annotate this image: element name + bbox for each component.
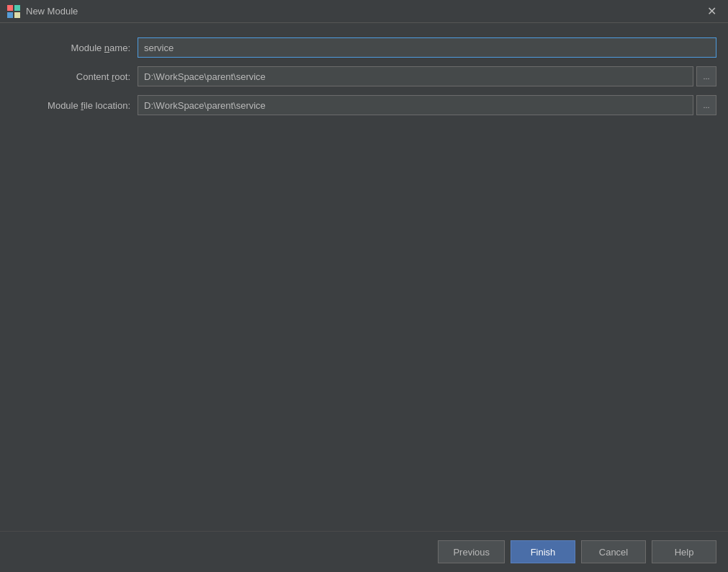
content-root-browse-button[interactable]: ... xyxy=(696,66,716,86)
module-file-location-row: Module file location: ... xyxy=(12,95,716,115)
app-icon xyxy=(7,5,20,18)
title-bar: New Module ✕ xyxy=(0,0,728,23)
dialog-window: New Module ✕ Module name: Content root: … xyxy=(0,0,728,572)
content-root-input-wrapper: ... xyxy=(138,66,716,86)
module-file-location-label: Module file location: xyxy=(12,100,130,111)
content-root-input[interactable] xyxy=(138,66,693,86)
help-button[interactable]: Help xyxy=(652,540,716,563)
svg-rect-3 xyxy=(14,12,20,18)
svg-rect-1 xyxy=(14,5,20,11)
cancel-button[interactable]: Cancel xyxy=(581,540,646,563)
module-name-label: Module name: xyxy=(12,43,130,53)
module-file-location-browse-button[interactable]: ... xyxy=(696,95,716,115)
content-spacer xyxy=(12,124,716,517)
content-root-row: Content root: ... xyxy=(12,66,716,86)
finish-button[interactable]: Finish xyxy=(511,540,575,563)
module-name-input-wrapper xyxy=(138,37,716,58)
window-title: New Module xyxy=(26,6,78,17)
module-name-row: Module name: xyxy=(12,37,716,58)
previous-button[interactable]: Previous xyxy=(438,540,505,563)
module-file-location-input-wrapper: ... xyxy=(138,95,716,115)
svg-rect-2 xyxy=(7,12,13,18)
content-root-label: Content root: xyxy=(12,71,130,82)
dialog-content: Module name: Content root: ... Module fi… xyxy=(0,23,728,531)
module-file-location-input[interactable] xyxy=(138,95,693,115)
dialog-footer: Previous Finish Cancel Help xyxy=(0,531,728,572)
title-bar-left: New Module xyxy=(7,5,78,18)
module-name-input[interactable] xyxy=(138,37,716,58)
close-button[interactable]: ✕ xyxy=(703,4,721,19)
svg-rect-0 xyxy=(7,5,13,11)
